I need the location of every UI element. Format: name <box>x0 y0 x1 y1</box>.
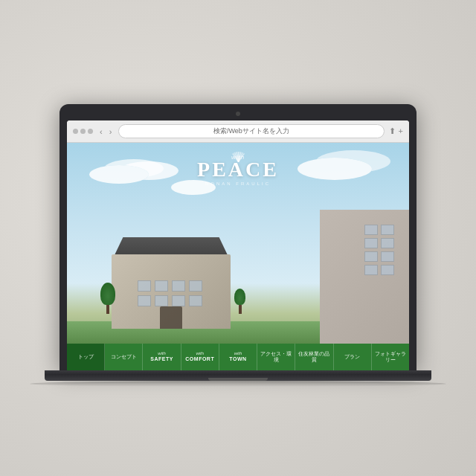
nav-item-concept[interactable]: コンセプト <box>105 344 143 370</box>
nav-item-access[interactable]: アクセス・環境 <box>257 344 295 370</box>
window <box>364 251 378 262</box>
nav-comfort-en: COMFORT <box>185 356 214 362</box>
nav-label-plan: プラン <box>344 354 360 360</box>
nav-item-quality[interactable]: 住友林業の品質 <box>295 344 333 370</box>
laptop-mockup: ‹ › 検索/Webサイト名を入力 ⬆ + <box>30 104 446 387</box>
screen-bezel: ‹ › 検索/Webサイト名を入力 ⬆ + <box>60 104 416 370</box>
nav-with-town: with <box>234 351 242 356</box>
window <box>381 238 394 248</box>
tree-1 <box>100 283 115 314</box>
window <box>189 280 202 292</box>
cloud-3 <box>298 158 372 180</box>
tree-trunk <box>106 305 109 314</box>
window <box>364 238 378 248</box>
nav-label-concept: コンセプト <box>111 354 137 360</box>
window <box>189 295 202 306</box>
nav-label-access: アクセス・環境 <box>260 351 292 364</box>
window <box>364 265 378 275</box>
hero-logo: with PEACE RONAN FRAULIC <box>197 154 279 186</box>
hero-section: with PEACE RONAN FRAULIC <box>67 143 409 344</box>
browser-action-buttons: ⬆ + <box>389 126 403 136</box>
window <box>138 280 151 292</box>
nav-with-comfort: with <box>196 351 204 356</box>
building-windows <box>138 280 202 306</box>
minimize-dot <box>80 129 86 134</box>
window <box>381 265 394 275</box>
building-roof <box>108 237 234 256</box>
browser-window: ‹ › 検索/Webサイト名を入力 ⬆ + <box>67 120 409 370</box>
window <box>172 280 185 292</box>
tree-foliage <box>100 283 115 305</box>
nav-item-plan[interactable]: プラン <box>334 344 372 370</box>
back-button[interactable]: ‹ <box>97 126 105 137</box>
window <box>381 225 394 235</box>
tree-trunk <box>239 305 242 314</box>
nav-item-town[interactable]: with TOWN <box>219 344 257 370</box>
forward-button[interactable]: › <box>107 126 115 137</box>
browser-toolbar: ‹ › 検索/Webサイト名を入力 ⬆ + <box>67 120 409 143</box>
nav-with-safety: with <box>158 351 166 356</box>
building-left <box>97 232 245 329</box>
nav-item-gallery[interactable]: フォトギャラリー <box>372 344 409 370</box>
window-controls <box>73 129 93 134</box>
logo-with-text: with <box>197 154 279 161</box>
cloud-1 <box>89 165 149 184</box>
add-tab-icon[interactable]: + <box>399 126 403 136</box>
tree-foliage <box>234 289 245 305</box>
window <box>381 251 394 262</box>
building-right <box>320 210 409 344</box>
building-body <box>112 254 231 329</box>
nav-item-comfort[interactable]: with COMFORT <box>181 344 219 370</box>
logo-peace-text: PEACE <box>197 159 279 180</box>
logo-subtitle-text: RONAN FRAULIC <box>197 181 279 186</box>
window <box>155 280 168 292</box>
tree-2 <box>234 289 245 314</box>
window <box>155 295 168 306</box>
laptop-base <box>45 370 431 381</box>
navigation-bar: トップ コンセプト with SAFETY with COMFORT with … <box>67 344 409 370</box>
window <box>172 295 185 306</box>
maximize-dot <box>88 129 93 134</box>
nav-label-quality: 住友林業の品質 <box>298 351 330 364</box>
browser-nav-buttons[interactable]: ‹ › <box>97 126 114 137</box>
nav-item-top[interactable]: トップ <box>67 344 105 370</box>
building-entrance <box>160 306 182 329</box>
building-right-windows <box>364 225 394 275</box>
url-bar[interactable]: 検索/Webサイト名を入力 <box>118 124 384 138</box>
nav-item-safety[interactable]: with SAFETY <box>143 344 181 370</box>
window <box>364 225 378 235</box>
nav-label-top: トップ <box>78 354 94 360</box>
laptop-shadow <box>30 381 446 387</box>
nav-town-en: TOWN <box>229 356 246 362</box>
close-dot <box>73 129 78 134</box>
share-icon[interactable]: ⬆ <box>389 126 396 136</box>
nav-label-gallery: フォトギャラリー <box>374 351 407 364</box>
window <box>138 295 151 306</box>
nav-safety-en: SAFETY <box>150 356 173 362</box>
